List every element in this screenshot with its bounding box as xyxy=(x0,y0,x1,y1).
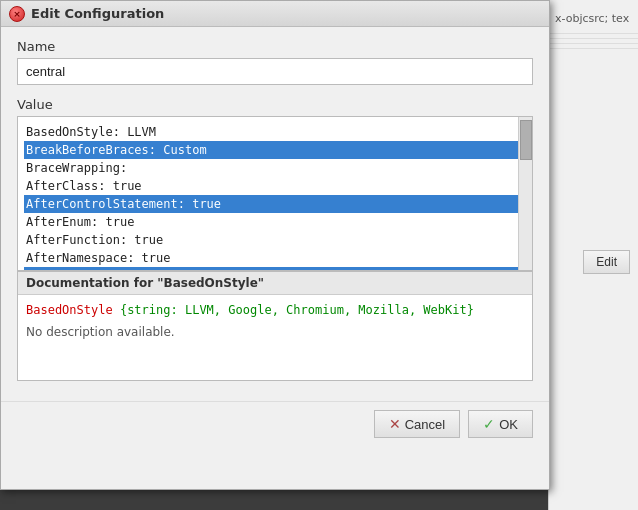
name-label: Name xyxy=(17,39,533,54)
doc-type-keyword: BasedOnStyle xyxy=(26,303,120,317)
cancel-label: Cancel xyxy=(405,417,445,432)
scrollbar-thumb xyxy=(520,120,532,160)
button-bar: ✕ Cancel ✓ OK xyxy=(1,401,549,450)
edit-configuration-dialog: × Edit Configuration Name Value BasedOnS… xyxy=(0,0,550,490)
value-lines: BasedOnStyle: LLVMBreakBeforeBraces: Cus… xyxy=(18,117,532,271)
right-panel-text: x-objcsrc; tex xyxy=(549,8,638,29)
doc-header: Documentation for "BasedOnStyle" xyxy=(18,272,532,295)
cancel-icon: ✕ xyxy=(389,416,401,432)
doc-type-values: {string: LLVM, Google, Chromium, Mozilla… xyxy=(120,303,474,317)
documentation-section: Documentation for "BasedOnStyle" BasedOn… xyxy=(17,271,533,381)
value-line: BraceWrapping: xyxy=(24,159,526,177)
right-panel-edit-button[interactable]: Edit xyxy=(583,250,630,274)
dialog-body: Name Value BasedOnStyle: LLVMBreakBefore… xyxy=(1,27,549,393)
ok-label: OK xyxy=(499,417,518,432)
value-line: AfterControlStatement: true xyxy=(24,195,526,213)
cancel-button[interactable]: ✕ Cancel xyxy=(374,410,460,438)
title-bar: × Edit Configuration xyxy=(1,1,549,27)
ok-button[interactable]: ✓ OK xyxy=(468,410,533,438)
scrollbar[interactable] xyxy=(518,117,532,271)
dialog-title: Edit Configuration xyxy=(31,6,164,21)
ok-icon: ✓ xyxy=(483,416,495,432)
value-line: AfterObjCDeclaration: false xyxy=(24,267,526,271)
right-panel: x-objcsrc; tex Edit xyxy=(548,0,638,510)
value-line: AfterEnum: true xyxy=(24,213,526,231)
value-label: Value xyxy=(17,97,533,112)
value-line: AfterClass: true xyxy=(24,177,526,195)
value-line: AfterNamespace: true xyxy=(24,249,526,267)
value-line: AfterFunction: true xyxy=(24,231,526,249)
close-button[interactable]: × xyxy=(9,6,25,22)
value-content[interactable]: BasedOnStyle: LLVMBreakBeforeBraces: Cus… xyxy=(17,116,533,271)
value-line: BasedOnStyle: LLVM xyxy=(24,123,526,141)
value-line: BreakBeforeBraces: Custom xyxy=(24,141,526,159)
doc-description: No description available. xyxy=(26,325,524,339)
doc-type-line: BasedOnStyle {string: LLVM, Google, Chro… xyxy=(26,303,524,317)
name-input[interactable] xyxy=(17,58,533,85)
